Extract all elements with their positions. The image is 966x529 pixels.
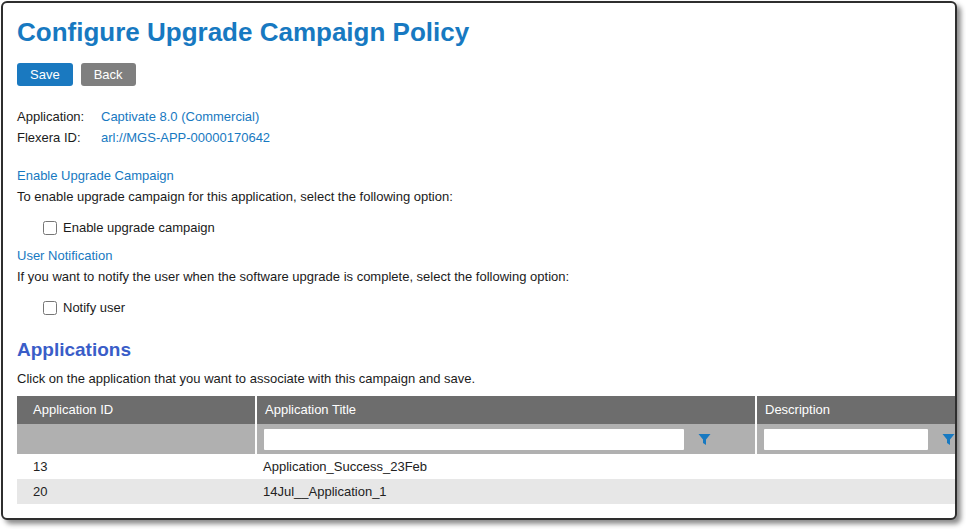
table-row[interactable]: 13 Application_Success_23Feb [17, 454, 955, 479]
filter-icon[interactable] [698, 433, 711, 446]
filter-cell-application-title [257, 424, 755, 454]
flexera-id-row: Flexera ID: arl://MGS-APP-00000170642 [17, 127, 941, 148]
application-row: Application: Captivate 8.0 (Commercial) [17, 106, 941, 127]
cell-application-title: 14Jul__Application_1 [255, 484, 755, 499]
flexera-id-link[interactable]: arl://MGS-APP-00000170642 [101, 127, 270, 148]
enable-campaign-heading: Enable Upgrade Campaign [17, 168, 941, 183]
application-title-filter-input[interactable] [264, 429, 684, 450]
column-header-application-title[interactable]: Application Title [257, 396, 755, 424]
page-title: Configure Upgrade Campaign Policy [17, 17, 941, 48]
application-label: Application: [17, 106, 101, 127]
notify-user-checkbox-label: Notify user [63, 300, 125, 315]
notify-user-checkbox-row[interactable]: Notify user [43, 300, 941, 315]
user-notification-description: If you want to notify the user when the … [17, 269, 941, 284]
table-filter-row [17, 424, 955, 454]
page-content: Configure Upgrade Campaign Policy Save B… [3, 17, 955, 504]
toolbar: Save Back [17, 63, 941, 86]
column-header-application-id[interactable]: Application ID [17, 396, 255, 424]
filter-cell-description [757, 424, 957, 454]
enable-campaign-description: To enable upgrade campaign for this appl… [17, 189, 941, 204]
enable-campaign-checkbox-row[interactable]: Enable upgrade campaign [43, 220, 941, 235]
flexera-id-label: Flexera ID: [17, 127, 101, 148]
column-header-description[interactable]: Description [757, 396, 955, 424]
applications-table: Application ID Application Title Descrip… [17, 396, 955, 504]
table-row[interactable]: 20 14Jul__Application_1 [17, 479, 955, 504]
enable-campaign-checkbox[interactable] [43, 221, 57, 235]
page-frame: Configure Upgrade Campaign Policy Save B… [1, 1, 957, 520]
cell-application-id: 20 [17, 484, 255, 499]
cell-application-id: 13 [17, 459, 255, 474]
user-notification-heading: User Notification [17, 248, 941, 263]
save-button[interactable]: Save [17, 63, 73, 86]
table-header-row: Application ID Application Title Descrip… [17, 396, 955, 424]
filter-cell-application-id [17, 424, 255, 454]
applications-description: Click on the application that you want t… [17, 371, 941, 386]
filter-icon[interactable] [942, 433, 955, 446]
description-filter-input[interactable] [764, 429, 928, 450]
cell-application-title: Application_Success_23Feb [255, 459, 755, 474]
notify-user-checkbox[interactable] [43, 301, 57, 315]
application-info: Application: Captivate 8.0 (Commercial) … [17, 106, 941, 148]
application-link[interactable]: Captivate 8.0 (Commercial) [101, 106, 259, 127]
enable-campaign-checkbox-label: Enable upgrade campaign [63, 220, 215, 235]
back-button[interactable]: Back [81, 63, 136, 86]
applications-heading: Applications [17, 339, 941, 361]
